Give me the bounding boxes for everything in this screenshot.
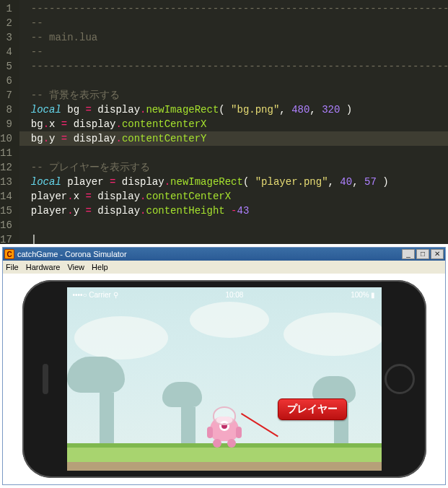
- menu-view[interactable]: View: [67, 263, 84, 271]
- code-line[interactable]: |: [31, 232, 448, 247]
- menu-file[interactable]: File: [6, 263, 19, 271]
- line-number: 11: [0, 146, 12, 160]
- code-line[interactable]: -- main.lua: [31, 30, 448, 45]
- code-area[interactable]: ----------------------------------------…: [19, 0, 448, 244]
- code-line[interactable]: --: [31, 45, 448, 59]
- code-line[interactable]: [31, 74, 448, 88]
- line-number: 12: [0, 160, 12, 175]
- cloud-icon: [74, 316, 168, 360]
- cloud-icon: [284, 313, 382, 356]
- line-number-gutter: 1234567891011121314151617: [0, 0, 19, 244]
- window-close-button[interactable]: ✕: [431, 249, 444, 259]
- line-number: 10: [0, 131, 12, 146]
- line-number: 3: [0, 30, 12, 45]
- code-line[interactable]: local bg = display.newImageRect( "bg.png…: [31, 103, 448, 117]
- line-number: 8: [0, 103, 12, 117]
- status-time: 10:08: [225, 291, 243, 299]
- menu-hardware[interactable]: Hardware: [26, 263, 61, 271]
- player-sprite: [210, 406, 239, 448]
- code-line[interactable]: bg.x = display.contentCenterX: [31, 117, 448, 131]
- line-number: 6: [0, 74, 12, 88]
- callout-label: プレイヤー: [278, 398, 347, 420]
- status-battery: 100% ▮: [351, 291, 375, 299]
- code-line[interactable]: player.x = display.contentCenterX: [31, 189, 448, 204]
- game-canvas: プレイヤー: [67, 287, 382, 471]
- tree-icon: [175, 382, 202, 443]
- code-line[interactable]: ----------------------------------------…: [31, 59, 448, 74]
- window-titlebar[interactable]: C catchGame - Corona Simulator _ □ ✕: [3, 248, 445, 261]
- status-carrier: ••••○ Carrier ⚲: [73, 291, 118, 299]
- phone-device-frame: ••••○ Carrier ⚲ 10:08 100% ▮: [22, 280, 426, 478]
- phone-screen[interactable]: ••••○ Carrier ⚲ 10:08 100% ▮: [67, 287, 382, 471]
- home-button-icon[interactable]: [385, 364, 415, 394]
- line-number: 7: [0, 88, 12, 103]
- line-number: 16: [0, 218, 12, 232]
- corona-simulator-window: C catchGame - Corona Simulator _ □ ✕ Fil…: [2, 247, 446, 485]
- line-number: 17: [0, 232, 12, 247]
- window-minimize-button[interactable]: _: [402, 249, 415, 259]
- tree-icon: [89, 357, 125, 443]
- line-number: 5: [0, 59, 12, 74]
- window-title: catchGame - Corona Simulator: [17, 250, 400, 258]
- player-callout: プレイヤー: [278, 398, 347, 420]
- line-number: 1: [0, 1, 12, 16]
- device-status-bar: ••••○ Carrier ⚲ 10:08 100% ▮: [67, 289, 382, 300]
- code-line[interactable]: player.y = display.contentHeight -43: [31, 204, 448, 218]
- code-line[interactable]: ----------------------------------------…: [31, 1, 448, 16]
- code-line[interactable]: [31, 218, 448, 232]
- simulator-body: ••••○ Carrier ⚲ 10:08 100% ▮: [3, 274, 445, 484]
- menu-bar: File Hardware View Help: [3, 261, 445, 274]
- code-line[interactable]: bg.y = display.contentCenterY: [19, 131, 448, 146]
- line-number: 14: [0, 189, 12, 204]
- line-number: 4: [0, 45, 12, 59]
- menu-help[interactable]: Help: [92, 263, 108, 271]
- code-line[interactable]: local player = display.newImageRect( "pl…: [31, 175, 448, 189]
- code-line[interactable]: -- 背景を表示する: [31, 88, 448, 103]
- code-line[interactable]: [31, 146, 448, 160]
- callout-pointer-icon: [242, 413, 282, 439]
- line-number: 2: [0, 16, 12, 30]
- code-line[interactable]: --: [31, 16, 448, 30]
- app-icon: C: [4, 249, 14, 259]
- line-number: 15: [0, 204, 12, 218]
- code-editor: 1234567891011121314151617 --------------…: [0, 0, 448, 244]
- line-number: 13: [0, 175, 12, 189]
- cloud-icon: [190, 302, 269, 338]
- code-line[interactable]: -- プレイヤーを表示する: [31, 160, 448, 175]
- line-number: 9: [0, 117, 12, 131]
- window-maximize-button[interactable]: □: [416, 249, 429, 259]
